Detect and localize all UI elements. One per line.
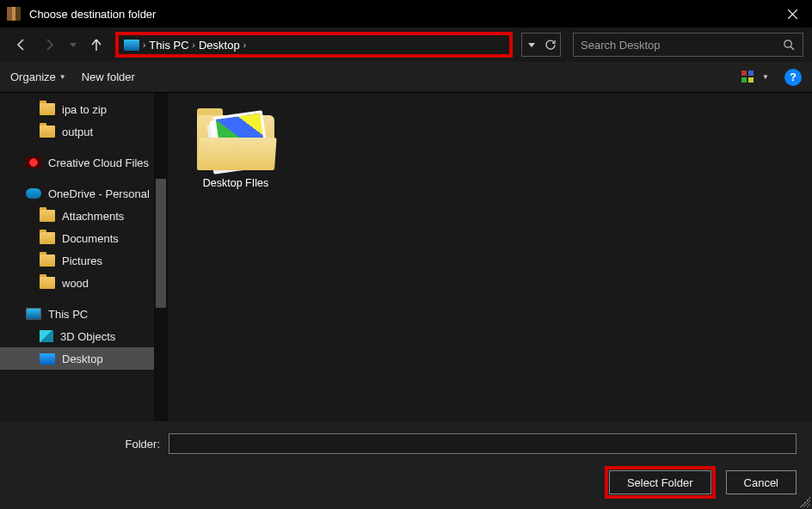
tree-item-label: This PC [48, 308, 88, 321]
tree-item-label: 3D Objects [60, 330, 115, 343]
tree-item-label: Desktop [62, 353, 103, 365]
select-folder-highlight: Select Folder [605, 466, 716, 499]
tree-item[interactable]: ipa to zip [0, 98, 154, 120]
tree-item[interactable]: Desktop [0, 347, 154, 370]
address-controls [521, 33, 561, 57]
tree-item-label: Documents [62, 232, 119, 245]
tree-item-label: Attachments [62, 210, 124, 223]
new-folder-button[interactable]: New folder [82, 71, 135, 83]
title-bar: Choose destination folder [0, 0, 812, 28]
chevron-right-icon[interactable]: › [193, 40, 195, 50]
svg-point-0 [784, 40, 791, 47]
folder-input[interactable] [169, 433, 797, 454]
folder-item[interactable]: Desktop FIles [188, 108, 283, 189]
nav-row: › This PC › Desktop › [0, 28, 812, 62]
select-folder-button[interactable]: Select Folder [609, 470, 711, 494]
breadcrumb-label: This PC [149, 39, 188, 52]
previous-locations-dropdown[interactable] [522, 34, 541, 56]
tree-item[interactable]: Creative Cloud Files [0, 151, 154, 174]
tree-item[interactable]: This PC [0, 303, 154, 325]
up-button[interactable] [84, 33, 108, 57]
main-area: ipa to zipoutputCreative Cloud FilesOneD… [0, 93, 812, 421]
organize-dropdown[interactable]: Organize ▼ [10, 71, 66, 83]
tree-item[interactable]: Attachments [0, 205, 154, 227]
folder-icon [40, 254, 55, 267]
refresh-button[interactable] [541, 34, 560, 56]
tree-item-label: OneDrive - Personal [48, 187, 150, 200]
app-icon [7, 7, 21, 21]
tree-item-label: Creative Cloud Files [48, 156, 149, 169]
onedrive-icon [26, 188, 41, 199]
tree-item[interactable]: output [0, 120, 154, 143]
toolbar: Organize ▼ New folder ▼ ? [0, 62, 812, 93]
search-box[interactable] [573, 33, 803, 57]
breadcrumb-item[interactable]: This PC [149, 39, 188, 52]
folder-item-label: Desktop FIles [203, 177, 268, 189]
folder-large-icon [197, 108, 274, 170]
tree-item-label: ipa to zip [62, 103, 107, 116]
tree: ipa to zipoutputCreative Cloud FilesOneD… [0, 93, 154, 375]
pcicon-icon [26, 308, 41, 320]
desktop-sel-icon [40, 353, 55, 365]
help-button[interactable]: ? [784, 69, 802, 86]
folder-field-row: Folder: [15, 433, 797, 454]
breadcrumb-label: Desktop [199, 39, 240, 52]
view-options-dropdown[interactable]: ▼ [741, 71, 769, 84]
content-pane[interactable]: Desktop FIles [168, 93, 812, 421]
resize-grip[interactable] [800, 497, 810, 507]
window-title: Choose destination folder [29, 8, 156, 21]
tree-item[interactable]: OneDrive - Personal [0, 182, 154, 205]
chevron-right-icon[interactable]: › [143, 40, 145, 50]
sidebar-scrollbar-thumb[interactable] [156, 179, 166, 308]
tree-item[interactable]: Documents [0, 227, 154, 249]
breadcrumb-item[interactable]: Desktop [199, 39, 240, 52]
address-bar[interactable]: › This PC › Desktop › [119, 35, 509, 54]
organize-label: Organize [10, 71, 56, 83]
address-bar-highlight: › This PC › Desktop › [115, 32, 513, 58]
folder-icon [40, 103, 55, 115]
folder-icon [40, 210, 55, 222]
tree-item-label: wood [62, 277, 89, 290]
button-row: Select Folder Cancel [15, 466, 797, 499]
sidebar-scrollbar-track[interactable] [154, 93, 168, 421]
search-input[interactable] [581, 39, 782, 52]
chevron-right-icon[interactable]: › [243, 40, 246, 50]
footer: Folder: Select Folder Cancel [0, 421, 812, 509]
back-button[interactable] [9, 33, 33, 57]
folder-icon [40, 277, 55, 289]
history-dropdown[interactable] [67, 33, 79, 57]
help-icon-text: ? [790, 71, 797, 83]
folder-icon [40, 232, 55, 244]
tree-item[interactable]: 3D Objects [0, 325, 154, 347]
folder-icon [40, 126, 55, 138]
sidebar: ipa to zipoutputCreative Cloud FilesOneD… [0, 93, 168, 421]
pc-icon [124, 40, 139, 51]
cc-icon [26, 156, 41, 169]
caret-down-icon: ▼ [762, 73, 769, 81]
search-icon[interactable] [782, 38, 796, 52]
tree-item-label: Pictures [62, 254, 102, 267]
folder-field-label: Folder: [15, 438, 163, 451]
tree-item[interactable]: wood [0, 272, 154, 294]
view-grid-icon [741, 71, 757, 84]
caret-down-icon: ▼ [59, 73, 66, 81]
forward-button[interactable] [38, 33, 62, 57]
tree-item-label: output [62, 126, 93, 138]
close-button[interactable] [772, 0, 812, 28]
new-folder-label: New folder [82, 71, 135, 83]
cube-icon [40, 330, 53, 342]
cancel-button[interactable]: Cancel [726, 470, 797, 494]
tree-item[interactable]: Pictures [0, 249, 154, 272]
